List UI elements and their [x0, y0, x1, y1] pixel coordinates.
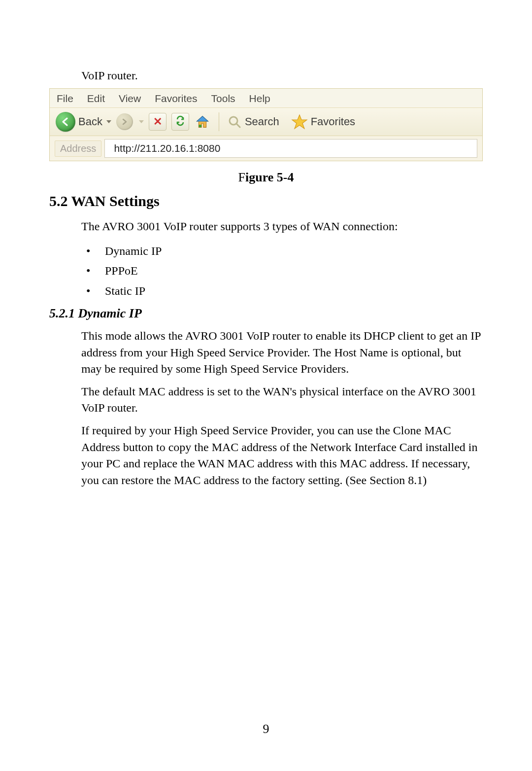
- back-arrow-icon: [56, 112, 75, 132]
- dyn-p1: This mode allows the AVRO 3001 VoIP rout…: [81, 328, 483, 378]
- forward-button[interactable]: [116, 113, 133, 130]
- favorites-star-icon: [291, 113, 308, 130]
- favorites-button[interactable]: Favorites: [291, 113, 355, 130]
- favorites-label: Favorites: [311, 115, 355, 128]
- search-label: Search: [245, 115, 279, 128]
- refresh-icon: [175, 115, 186, 129]
- list-item: PPPoE: [86, 261, 483, 281]
- menu-favorites[interactable]: Favorites: [155, 93, 197, 105]
- stop-icon: ✕: [153, 115, 162, 128]
- search-button[interactable]: Search: [227, 114, 279, 129]
- address-bar: Address http://211.20.16.1:8080: [50, 136, 482, 161]
- back-button[interactable]: Back: [56, 112, 111, 132]
- refresh-button[interactable]: [171, 113, 189, 131]
- subsection-heading: 5.2.1 Dynamic IP: [49, 306, 483, 321]
- dyn-p2: The default MAC address is set to the WA…: [81, 384, 483, 417]
- menu-bar: File Edit View Favorites Tools Help: [50, 89, 482, 108]
- intro-line: VoIP router.: [81, 69, 483, 82]
- menu-view[interactable]: View: [119, 93, 141, 105]
- browser-screenshot: File Edit View Favorites Tools Help Back: [49, 88, 483, 161]
- svg-point-0: [199, 125, 201, 128]
- figure-caption-letter: F: [238, 170, 245, 184]
- menu-file[interactable]: File: [57, 93, 73, 105]
- wan-types-list: Dynamic IP PPPoE Static IP: [86, 241, 483, 301]
- menu-edit[interactable]: Edit: [87, 93, 105, 105]
- list-item: Dynamic IP: [86, 241, 483, 261]
- menu-help[interactable]: Help: [249, 93, 270, 105]
- back-label: Back: [78, 115, 102, 128]
- figure-caption: Figure 5-4: [49, 170, 483, 185]
- page-number: 9: [0, 722, 532, 736]
- menu-tools[interactable]: Tools: [211, 93, 235, 105]
- back-dropdown-icon[interactable]: [106, 120, 111, 123]
- svg-line-2: [236, 124, 240, 127]
- wan-intro: The AVRO 3001 VoIP router supports 3 typ…: [81, 218, 483, 235]
- figure-caption-rest: igure 5-4: [245, 170, 294, 184]
- toolbar-separator: [219, 112, 219, 131]
- forward-dropdown-icon[interactable]: [139, 120, 144, 123]
- search-icon: [227, 114, 242, 129]
- address-input[interactable]: http://211.20.16.1:8080: [104, 139, 477, 158]
- address-label: Address: [55, 140, 101, 157]
- list-item: Static IP: [86, 281, 483, 301]
- section-heading: 5.2 WAN Settings: [49, 193, 483, 210]
- toolbar: Back ✕: [50, 108, 482, 136]
- dyn-p3: If required by your High Speed Service P…: [81, 422, 483, 489]
- forward-arrow-icon: [116, 113, 133, 130]
- stop-button[interactable]: ✕: [149, 113, 166, 131]
- home-button[interactable]: [194, 113, 211, 130]
